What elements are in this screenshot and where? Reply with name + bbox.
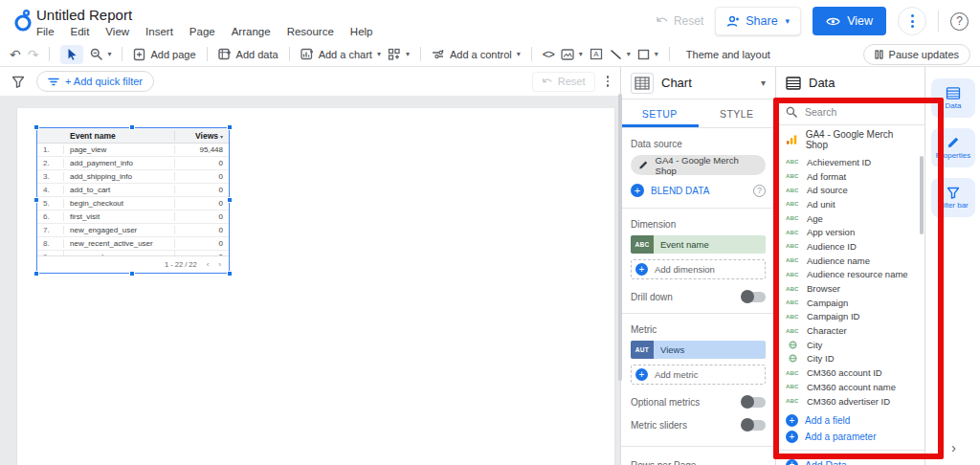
menu-item[interactable]: Page <box>189 26 215 37</box>
looker-studio-logo-icon[interactable] <box>11 9 36 33</box>
share-button[interactable]: Share ▾ <box>715 7 801 35</box>
blend-help-icon[interactable]: ? <box>753 185 766 197</box>
insert-text-button[interactable]: A <box>590 48 603 60</box>
add-page-button[interactable]: Add page <box>133 48 195 61</box>
field-list-item[interactable]: ABC Audience ID <box>786 239 924 254</box>
metric-chip[interactable]: AUT Views <box>631 341 766 359</box>
menu-item[interactable]: Arrange <box>232 26 271 37</box>
redo-button[interactable]: ↷ <box>28 48 39 61</box>
add-data-button[interactable]: + Add Data <box>776 455 924 465</box>
add-dimension-button[interactable]: + Add dimension <box>631 259 766 279</box>
chevron-down-icon[interactable]: ▾ <box>761 78 766 88</box>
filter-more-options-icon[interactable] <box>607 76 610 87</box>
list-scrollbar[interactable] <box>920 156 924 234</box>
menu-item[interactable]: Help <box>350 26 373 37</box>
resize-handle[interactable] <box>129 271 135 277</box>
help-icon[interactable]: ? <box>950 12 969 31</box>
theme-and-layout-button[interactable]: Theme and layout <box>686 49 770 60</box>
field-list-item[interactable]: City ID <box>786 352 924 366</box>
drill-down-toggle[interactable] <box>742 292 766 302</box>
insert-image-button[interactable]: ▾ <box>561 49 583 60</box>
field-list-item[interactable]: ABC Age <box>786 211 924 226</box>
field-list-item[interactable]: ABC CM360 advertiser ID <box>786 394 924 409</box>
community-visualizations-button[interactable]: ▾ <box>388 48 410 60</box>
column-header-views[interactable]: Views▾ <box>175 131 229 141</box>
menu-item[interactable]: Edit <box>71 26 90 37</box>
field-list-item[interactable]: ABC Character <box>786 323 924 338</box>
report-canvas[interactable]: Event name Views▾ 1. page_view 95,448 <box>0 96 620 465</box>
reset-button[interactable]: Reset <box>656 14 703 28</box>
search-input[interactable] <box>805 106 901 118</box>
field-list-item[interactable]: ABC Ad unit <box>786 197 924 211</box>
field-list-item[interactable]: ABC Audience name <box>786 254 924 268</box>
resize-handle[interactable] <box>227 271 233 277</box>
add-metric-button[interactable]: + Add metric <box>631 365 766 385</box>
menu-item[interactable]: Resource <box>287 26 334 37</box>
share-dropdown-caret-icon[interactable]: ▾ <box>786 16 791 26</box>
field-search[interactable] <box>776 100 924 125</box>
add-page-icon <box>133 48 145 61</box>
add-a-control-button[interactable]: Add a control ▾ <box>432 49 521 60</box>
field-list-item[interactable]: ABC Audience resource name <box>786 268 924 282</box>
resize-handle[interactable] <box>227 197 233 203</box>
field-list-item[interactable]: ABC Ad format <box>786 169 924 184</box>
optional-metrics-toggle[interactable] <box>742 397 766 408</box>
more-options-button[interactable] <box>898 7 926 35</box>
field-list-item[interactable]: ABC CM360 account name <box>786 380 924 394</box>
field-list-item[interactable]: ABC Campaign <box>786 296 924 310</box>
resize-handle[interactable] <box>129 124 135 130</box>
menu-item[interactable]: Insert <box>145 26 173 37</box>
resize-handle[interactable] <box>227 124 233 130</box>
tab-style[interactable]: STYLE <box>699 100 776 127</box>
field-list-item[interactable]: ABC App version <box>786 225 924 239</box>
column-header-event-name[interactable]: Event name <box>64 131 175 141</box>
rail-filter-bar-button[interactable]: Filter bar <box>931 178 975 217</box>
data-source-row[interactable]: GA4 - Google Merch Shop <box>776 125 924 154</box>
field-list-item[interactable]: ABC Campaign ID <box>786 310 924 324</box>
menu-item[interactable]: File <box>36 26 55 37</box>
field-list-item[interactable]: City <box>786 338 924 352</box>
panel-scrollbar[interactable] <box>618 94 622 381</box>
select-tool-button[interactable] <box>60 45 83 64</box>
menu-item[interactable]: View <box>105 26 129 37</box>
field-list-item[interactable]: ABC Ad source <box>786 183 924 197</box>
chart-panel-header[interactable]: Chart ▾ <box>621 67 775 100</box>
looker-studio-app: Untitled Report FileEditViewInsertPageAr… <box>0 0 980 465</box>
data-source-pill[interactable]: GA4 - Google Merch Shop <box>631 155 766 175</box>
field-list-item[interactable]: ABC Achievement ID <box>786 155 924 169</box>
metric-sliders-toggle[interactable] <box>742 420 766 431</box>
blend-data-button[interactable]: BLEND DATA <box>651 186 709 196</box>
add-a-parameter-button[interactable]: + Add a parameter <box>776 429 924 445</box>
report-title[interactable]: Untitled Report <box>36 7 132 23</box>
expand-chevron-icon[interactable]: › <box>951 439 956 455</box>
pause-updates-button[interactable]: Pause updates <box>863 44 970 65</box>
embed-code-icon[interactable]: <> <box>543 48 554 61</box>
field-type-text-icon: ABC <box>786 370 800 376</box>
resize-handle[interactable] <box>33 124 39 130</box>
rail-data-button[interactable]: Data <box>931 78 975 118</box>
tab-setup[interactable]: SETUP <box>621 100 699 127</box>
pagination-prev-icon[interactable]: ‹ <box>207 260 210 269</box>
view-button[interactable]: View <box>813 7 886 35</box>
insert-line-button[interactable]: ▾ <box>610 49 631 60</box>
field-list-item[interactable]: ABC Browser <box>786 281 924 296</box>
field-type-text-icon: ABC <box>786 159 800 165</box>
field-list-item[interactable]: ABC CM360 account ID <box>786 365 924 380</box>
undo-button[interactable]: ↶ <box>10 48 21 61</box>
field-type-text-icon: ABC <box>786 398 800 404</box>
table-widget[interactable]: Event name Views▾ 1. page_view 95,448 <box>36 127 230 274</box>
insert-shape-button[interactable]: ▾ <box>637 49 658 60</box>
rail-properties-button[interactable]: Properties <box>931 128 975 167</box>
add-a-field-button[interactable]: + Add a field <box>776 412 924 429</box>
report-page[interactable]: Event name Views▾ 1. page_view 95,448 <box>17 108 614 465</box>
dimension-chip[interactable]: ABC Event name <box>631 235 766 254</box>
field-type-text-icon: ABC <box>786 201 800 207</box>
add-quick-filter-button[interactable]: + Add quick filter <box>36 71 154 92</box>
resize-handle[interactable] <box>33 271 39 277</box>
add-a-chart-button[interactable]: Add a chart ▾ <box>301 48 381 60</box>
add-data-button[interactable]: Add data <box>218 48 278 60</box>
filter-reset-button[interactable]: Reset <box>532 72 595 92</box>
resize-handle[interactable] <box>33 197 39 203</box>
zoom-tool-button[interactable]: ▾ <box>90 48 111 60</box>
pagination-next-icon[interactable]: › <box>218 260 221 269</box>
